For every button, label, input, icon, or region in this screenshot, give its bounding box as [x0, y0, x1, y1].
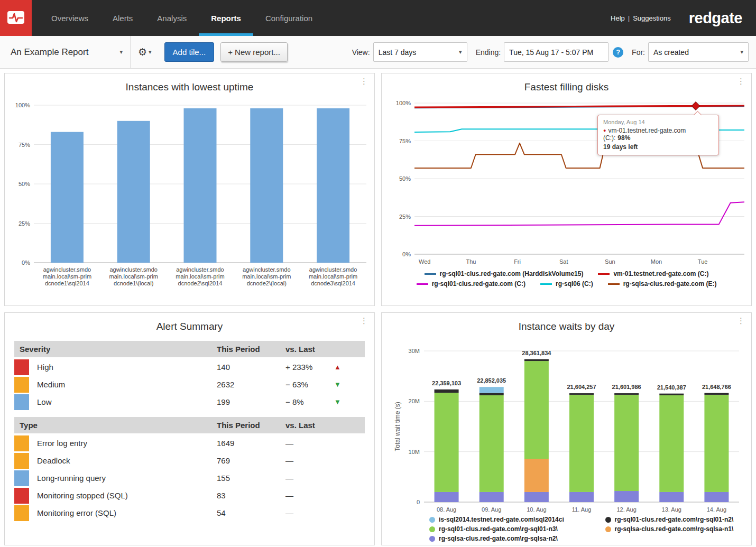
legend-item[interactable]: rg-sql01-clus.red-gate.com (HarddiskVolu… [425, 270, 584, 277]
legend-item[interactable]: rg-sqlsa-clus.red-gate.com\rg-sqlsa-n1\ [605, 525, 734, 533]
legend-swatch [605, 526, 611, 532]
nav-item-reports[interactable]: Reports [199, 0, 253, 36]
severity-swatch [14, 377, 29, 393]
wait-bar-segment [435, 393, 459, 492]
wait-bar-segment [569, 393, 594, 395]
severity-swatch [14, 470, 29, 486]
help-badge[interactable]: ? [613, 47, 623, 58]
sql-monitor-icon [6, 8, 25, 27]
tile-instances-lowest-uptime: ⋮ Instances with lowest uptime 0%25%50%7… [4, 73, 375, 306]
svg-text:agwincluster.smdo: agwincluster.smdo [309, 266, 357, 273]
legend-item[interactable]: vm-01.testnet.red-gate.com (C:) [598, 270, 708, 277]
row-period-value: 140 [217, 363, 285, 372]
row-label: Long-running query [37, 474, 217, 483]
svg-text:dcnode1\sql2014: dcnode1\sql2014 [45, 280, 89, 286]
legend-label: rg-sql01-clus.red-gate.com (C:) [432, 280, 525, 288]
svg-text:0%: 0% [22, 259, 30, 266]
view-select[interactable]: Last 7 days ▾ [373, 42, 467, 62]
add-tile-button[interactable]: Add tile... [164, 42, 215, 62]
legend-label: rg-sql01-clus.red-gate.com (HarddiskVolu… [440, 270, 584, 277]
disk-series-line [414, 202, 744, 225]
nav-item-alerts[interactable]: Alerts [100, 0, 145, 36]
uptime-bar [184, 108, 217, 263]
tile-menu-button[interactable]: ⋮ [737, 77, 745, 85]
gear-icon: ⚙ [138, 46, 147, 58]
tooltip-series: vm-01.testnet.red-gate.com (C:): [603, 127, 686, 142]
legend-label: rg-sqlsa-clus.red-gate.com (E:) [623, 280, 717, 288]
wait-bar-segment [480, 492, 504, 502]
tile-title: Instance waits by day [382, 321, 751, 332]
ending-datetime-input[interactable] [504, 42, 609, 62]
legend-item[interactable]: is-sql2014.testnet.red-gate.com\sql2014c… [429, 516, 564, 523]
legend-item[interactable]: rg-sql01-clus.red-gate.com\rg-sql01-n3\ [429, 525, 558, 533]
row-label: Monitoring stopped (SQL) [37, 491, 217, 500]
svg-text:12. Aug: 12. Aug [616, 506, 636, 513]
for-select[interactable]: As created ▾ [648, 42, 749, 62]
report-select[interactable]: An Example Report ▾ [0, 36, 131, 68]
severity-swatch [14, 453, 29, 469]
svg-text:10. Aug: 10. Aug [527, 506, 546, 513]
chart-tooltip: Monday, Aug 14 ●vm-01.testnet.red-gate.c… [597, 115, 719, 155]
report-select-value: An Example Report [11, 47, 88, 58]
svg-text:0%: 0% [402, 251, 411, 257]
arrow-down-icon: ▼ [334, 381, 365, 388]
wait-bar-segment [704, 393, 729, 395]
row-label: Medium [37, 380, 217, 389]
view-select-value: Last 7 days [379, 48, 417, 57]
wait-bar-segment [435, 390, 459, 393]
svg-text:Mon: Mon [651, 258, 662, 265]
alert-summary-table: SeverityThis Periodvs. LastHigh140+ 233%… [14, 341, 365, 522]
svg-text:main.local\sm-prim: main.local\sm-prim [309, 273, 357, 280]
svg-text:21,648,766: 21,648,766 [702, 384, 731, 390]
legend-swatch [608, 283, 620, 285]
wait-bar-segment [480, 387, 504, 393]
nav-menu: OverviewsAlertsAnalysisReportsConfigurat… [39, 0, 325, 36]
wait-bar-segment [435, 492, 459, 502]
tile-menu-button[interactable]: ⋮ [737, 317, 745, 325]
for-label: For: [632, 48, 645, 57]
report-toolbar: An Example Report ▾ ⚙ ▾ Add tile... + Ne… [0, 36, 756, 69]
header-col-vs: vs. Last [285, 345, 334, 354]
nav-item-configuration[interactable]: Configuration [253, 0, 325, 36]
header-col-label: Type [14, 421, 217, 430]
row-period-value: 155 [217, 474, 285, 483]
legend-row: rg-sql01-clus.red-gate.com (HarddiskVolu… [382, 270, 751, 277]
report-settings-button[interactable]: ⚙ ▾ [131, 46, 158, 58]
legend-item[interactable]: rg-sql01-clus.red-gate.com (C:) [417, 280, 525, 288]
legend-item[interactable]: rg-sqlsa-clus.red-gate.com (E:) [608, 280, 717, 288]
svg-text:100%: 100% [396, 100, 411, 106]
nav-item-analysis[interactable]: Analysis [145, 0, 199, 36]
row-period-value: 83 [217, 491, 285, 500]
waits-stacked-bar-chart: 010M20M30MTotal wait time (s)22,359,1030… [382, 335, 751, 515]
table-row: Monitoring error (SQL)54— [14, 504, 365, 522]
legend-item[interactable]: rg-sqlsa-clus.red-gate.com\rg-sqlsa-n2\ [429, 535, 558, 542]
app-logo[interactable] [0, 0, 32, 36]
wait-bar-segment [659, 492, 684, 502]
legend-item[interactable]: rg-sql01-clus.red-gate.com\rg-sql01-n2\ [605, 516, 734, 523]
chevron-down-icon: ▾ [149, 49, 152, 55]
for-select-value: As created [653, 48, 689, 57]
svg-text:14. Aug: 14. Aug [707, 506, 726, 513]
svg-text:100%: 100% [15, 102, 30, 108]
new-report-button[interactable]: + New report... [220, 42, 288, 62]
tile-menu-button[interactable]: ⋮ [360, 317, 368, 325]
nav-item-overviews[interactable]: Overviews [39, 0, 100, 36]
row-vs-value: — [285, 456, 334, 465]
legend-item[interactable]: rg-sql06 (C:) [540, 280, 593, 288]
nav-right: Help | Suggestions redgate [611, 0, 756, 36]
legend-label: rg-sql06 (C:) [556, 280, 593, 288]
tile-menu-button[interactable]: ⋮ [360, 77, 368, 85]
svg-text:main.local\sm-prim: main.local\sm-prim [43, 273, 91, 280]
row-vs-value: — [285, 439, 334, 448]
legend-swatch [540, 283, 552, 285]
tile-title: Instances with lowest uptime [5, 81, 374, 93]
wait-bar-segment [569, 492, 594, 502]
table-row: Monitoring stopped (SQL)83— [14, 487, 365, 504]
legend-label: rg-sqlsa-clus.red-gate.com\rg-sqlsa-n1\ [615, 525, 734, 533]
suggestions-link[interactable]: Suggestions [633, 14, 671, 22]
svg-text:21,601,986: 21,601,986 [612, 384, 641, 390]
help-link[interactable]: Help [611, 14, 625, 22]
svg-text:25%: 25% [399, 214, 411, 220]
help-links: Help | Suggestions [611, 14, 671, 22]
svg-text:0: 0 [417, 499, 420, 505]
